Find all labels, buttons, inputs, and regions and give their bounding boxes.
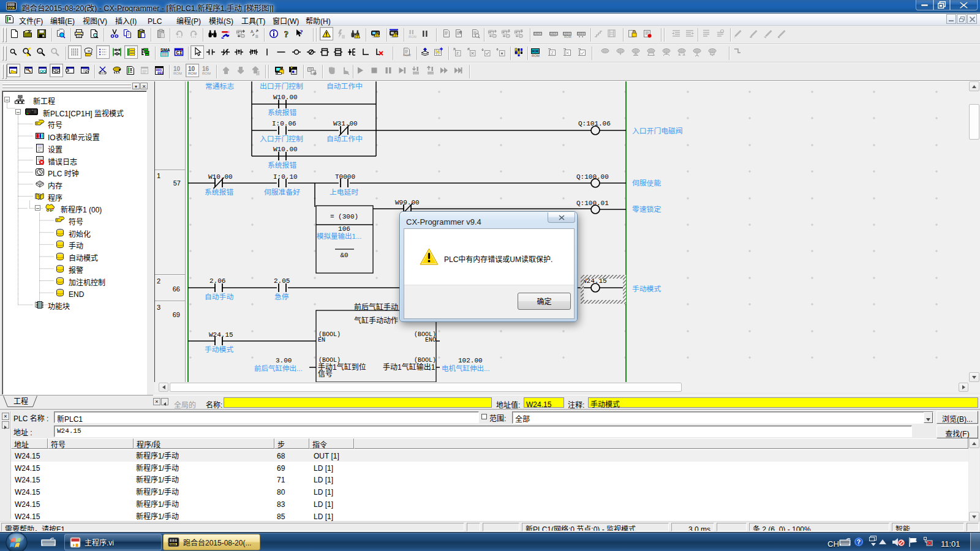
svg-text:模拟量输出1...: 模拟量输出1... xyxy=(317,231,361,241)
svg-text:A: A xyxy=(251,29,254,34)
svg-text:ROM: ROM xyxy=(188,72,197,75)
svg-text:伺服使能: 伺服使能 xyxy=(632,177,661,187)
svg-text:入口开门控制: 入口开门控制 xyxy=(260,133,303,143)
svg-text:2.05: 2.05 xyxy=(274,277,290,285)
svg-text:W99.00: W99.00 xyxy=(395,199,420,206)
svg-text:零速锁定: 零速锁定 xyxy=(632,203,661,214)
svg-text:自动工作中: 自动工作中 xyxy=(326,133,363,143)
svg-text:T0000: T0000 xyxy=(335,173,355,181)
svg-text:w: w xyxy=(87,48,91,53)
svg-text:系统报错: 系统报错 xyxy=(205,186,233,197)
svg-text:信号: 信号 xyxy=(318,368,333,378)
svg-text:ROM: ROM xyxy=(202,72,211,75)
svg-text:2: 2 xyxy=(157,276,160,285)
svg-text:W24.15: W24.15 xyxy=(209,331,233,339)
svg-text:Q:101.06: Q:101.06 xyxy=(578,120,611,127)
svg-text:SMA: SMA xyxy=(160,48,170,52)
svg-text:W31.00: W31.00 xyxy=(333,120,358,127)
svg-text:?: ? xyxy=(284,30,288,39)
svg-text:前后气缸手动: 前后气缸手动 xyxy=(354,301,398,312)
svg-text:W10.00: W10.00 xyxy=(273,146,298,153)
svg-text:前后气缸伸出...: 前后气缸伸出... xyxy=(254,363,303,373)
svg-text:?: ? xyxy=(300,29,303,36)
svg-text:66: 66 xyxy=(173,283,180,293)
svg-text:急停: 急停 xyxy=(274,291,289,301)
svg-text:手动模式: 手动模式 xyxy=(632,283,661,293)
svg-text:上电延时: 上电延时 xyxy=(330,186,358,197)
svg-text:自动手动: 自动手动 xyxy=(205,291,233,301)
svg-text:系统报错: 系统报错 xyxy=(268,159,296,170)
svg-text:CI: CI xyxy=(176,50,183,56)
svg-text:= (300): = (300) xyxy=(330,213,358,220)
svg-text:1: 1 xyxy=(157,170,160,180)
svg-text:伺服准备好: 伺服准备好 xyxy=(264,186,300,197)
svg-text:手动模式: 手动模式 xyxy=(205,343,233,354)
svg-text:B: B xyxy=(255,34,258,39)
svg-text:ROM: ROM xyxy=(564,34,571,39)
svg-text:I:0.10: I:0.10 xyxy=(273,173,298,181)
svg-text:手动1气缸输出1: 手动1气缸输出1 xyxy=(383,361,435,372)
svg-text:002: 002 xyxy=(157,71,164,75)
svg-text:ROM: ROM xyxy=(409,34,417,39)
svg-text:工程: 工程 xyxy=(13,395,28,406)
svg-text:W10.00: W10.00 xyxy=(273,94,298,101)
svg-text:&0: &0 xyxy=(340,252,348,259)
svg-text:ENO: ENO xyxy=(425,337,436,343)
svg-text:69: 69 xyxy=(173,309,180,319)
svg-text:出口开门控制: 出口开门控制 xyxy=(260,81,303,91)
svg-text:电机气缸伸出...: 电机气缸伸出... xyxy=(442,363,490,373)
svg-text:ROM: ROM xyxy=(532,53,540,58)
svg-text:ROM: ROM xyxy=(403,53,411,57)
svg-text:自动工作中: 自动工作中 xyxy=(326,81,363,91)
svg-text:I:0.06: I:0.06 xyxy=(272,120,296,127)
svg-text:2.06: 2.06 xyxy=(209,277,225,285)
svg-text:3: 3 xyxy=(157,302,160,312)
svg-text:Z: Z xyxy=(551,50,554,56)
svg-text:W10.00: W10.00 xyxy=(208,173,233,181)
svg-text:57: 57 xyxy=(173,178,181,187)
svg-text:EN: EN xyxy=(318,337,325,343)
svg-text:Q:100.00: Q:100.00 xyxy=(576,173,609,181)
svg-text:?: ? xyxy=(857,538,861,545)
svg-text:常通标志: 常通标志 xyxy=(205,81,234,91)
svg-text:ROM: ROM xyxy=(173,72,182,75)
svg-text:Q:100.01: Q:100.01 xyxy=(576,200,609,207)
svg-text:Z: Z xyxy=(456,50,459,56)
svg-text:气缸手动动作: 气缸手动动作 xyxy=(354,315,398,325)
svg-text:入口开门电磁阀: 入口开门电磁阀 xyxy=(632,125,683,135)
svg-text:系统报错: 系统报错 xyxy=(268,107,296,117)
